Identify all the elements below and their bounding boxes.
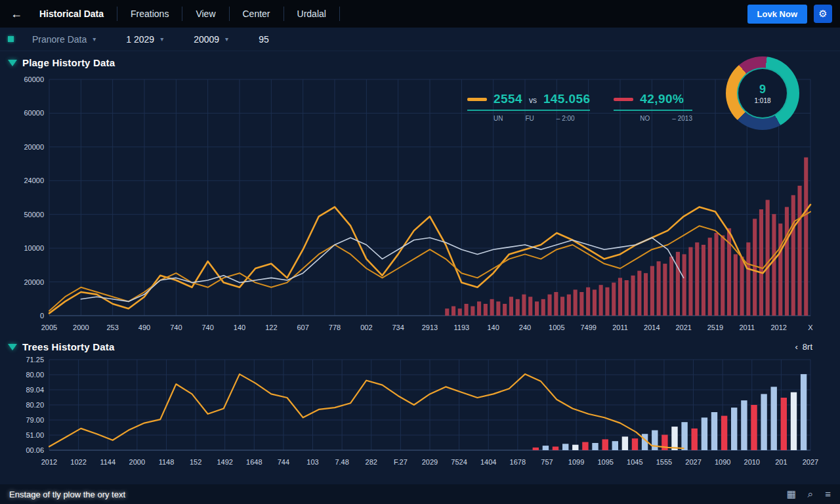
nav-item-historical-data[interactable]: Historical Data — [26, 7, 117, 21]
svg-text:2012: 2012 — [41, 458, 57, 466]
svg-text:140: 140 — [234, 324, 245, 331]
svg-text:7.48: 7.48 — [335, 458, 348, 466]
svg-text:734: 734 — [392, 324, 404, 331]
svg-text:1005: 1005 — [549, 324, 564, 331]
filter-dropdown-range[interactable]: 20009 ▾ — [194, 34, 228, 45]
svg-text:1148: 1148 — [159, 458, 175, 466]
chart-nav-label: 8rt — [803, 342, 812, 352]
svg-text:24000: 24000 — [24, 177, 44, 184]
svg-text:7499: 7499 — [580, 324, 596, 331]
secondary-chart-section: Trees Historty Data ‹ 8rt 20121022114420… — [0, 335, 840, 470]
filter-label: Pranore Data — [32, 34, 87, 45]
chart-legend: 2554 vs 145.056 UN FU – 2:00 42,90% NO –… — [467, 92, 692, 122]
legend-sub-label: NO — [640, 115, 650, 122]
svg-text:1144: 1144 — [100, 458, 116, 466]
svg-text:740: 740 — [201, 324, 213, 331]
svg-text:1193: 1193 — [454, 324, 470, 331]
report-icon[interactable]: ▦ — [787, 488, 796, 500]
svg-text:2011: 2011 — [612, 324, 628, 331]
svg-text:2519: 2519 — [707, 324, 723, 331]
svg-text:1045: 1045 — [627, 458, 642, 466]
donut-value: 9 — [759, 83, 766, 96]
svg-text:00.06: 00.06 — [26, 446, 44, 454]
legend-sub-label: – 2:00 — [556, 115, 575, 122]
svg-text:2010: 2010 — [744, 458, 760, 466]
svg-text:1492: 1492 — [217, 458, 232, 466]
legend-sub-label: UN — [494, 115, 503, 122]
nav-actions: Lovk Now ⚙ — [747, 5, 832, 24]
status-bar: Enstage of tly plow the ory text ▦ ⌕ ≡ — [0, 484, 840, 504]
chevron-down-icon: ▾ — [225, 35, 228, 43]
main-chart: 2005200025349074074014012260777800273429… — [0, 72, 840, 335]
legend-block-b: 42,90% NO – 2013 — [614, 92, 692, 122]
secondary-chart: 20121022114420001148152149216487441037.4… — [0, 356, 840, 470]
svg-text:79.00: 79.00 — [26, 416, 44, 424]
svg-text:20000: 20000 — [24, 278, 44, 286]
svg-text:253: 253 — [106, 324, 118, 331]
svg-text:740: 740 — [170, 324, 182, 331]
legend-block-a: 2554 vs 145.056 UN FU – 2:00 — [467, 92, 590, 122]
svg-text:7524: 7524 — [451, 458, 467, 466]
legend-value: 2554 — [494, 92, 522, 106]
svg-text:2011: 2011 — [740, 324, 755, 331]
svg-text:002: 002 — [360, 324, 372, 331]
svg-text:201: 201 — [775, 458, 787, 466]
svg-text:1648: 1648 — [246, 458, 262, 466]
filter-label: 1 2029 — [126, 34, 154, 45]
nav-item-center[interactable]: Center — [230, 7, 284, 21]
legend-sub-label: – 2013 — [672, 115, 692, 122]
chevron-down-icon: ▾ — [160, 35, 163, 43]
svg-text:240: 240 — [519, 324, 531, 331]
svg-text:607: 607 — [297, 324, 308, 331]
nav-item-urdalal[interactable]: Urdalal — [284, 7, 340, 21]
svg-text:490: 490 — [138, 324, 150, 331]
svg-text:1022: 1022 — [70, 458, 86, 466]
svg-text:103: 103 — [306, 458, 318, 466]
svg-text:152: 152 — [190, 458, 201, 466]
legend-sub-label: FU — [525, 115, 534, 122]
status-text: Enstage of tly plow the ory text — [9, 490, 125, 499]
status-icons: ▦ ⌕ ≡ — [787, 488, 831, 500]
primary-chart-section: Plage Historty Data 20052000253490740740… — [0, 51, 840, 335]
lock-now-button[interactable]: Lovk Now — [747, 5, 807, 24]
svg-text:2027: 2027 — [803, 458, 818, 466]
filter-marker-icon — [8, 36, 14, 42]
nav-item-freations[interactable]: Freations — [117, 7, 182, 21]
svg-text:1095: 1095 — [597, 458, 613, 466]
svg-text:F.27: F.27 — [394, 458, 408, 466]
svg-text:1090: 1090 — [715, 458, 730, 466]
svg-text:2021: 2021 — [675, 324, 691, 331]
svg-text:10000: 10000 — [24, 244, 44, 252]
legend-swatch-orange — [467, 98, 487, 101]
svg-text:20000: 20000 — [24, 143, 44, 151]
back-icon[interactable]: ← — [10, 7, 22, 21]
search-icon[interactable]: ⌕ — [808, 488, 813, 500]
legend-value: 42,90% — [640, 92, 684, 106]
svg-text:2029: 2029 — [422, 458, 438, 466]
chart-nav-link[interactable]: ‹ 8rt — [795, 342, 812, 352]
section-title: Trees Historty Data — [22, 341, 115, 352]
section-marker-icon — [8, 344, 17, 350]
section-marker-icon — [8, 60, 17, 66]
svg-text:2005: 2005 — [41, 324, 57, 331]
section-header: Plage Historty Data — [0, 51, 840, 72]
nav-item-view[interactable]: View — [182, 7, 229, 21]
filter-dropdown-year[interactable]: 1 2029 ▾ — [126, 34, 163, 45]
svg-text:1099: 1099 — [568, 458, 584, 466]
section-header: Trees Historty Data ‹ 8rt — [0, 335, 840, 356]
svg-text:1678: 1678 — [510, 458, 526, 466]
svg-text:50000: 50000 — [24, 211, 44, 219]
svg-text:0: 0 — [40, 312, 44, 320]
svg-text:122: 122 — [265, 324, 277, 331]
donut-center: 9 1:018 — [737, 68, 788, 119]
svg-text:71.25: 71.25 — [26, 356, 44, 364]
settings-button[interactable]: ⚙ — [814, 5, 832, 23]
svg-text:80.20: 80.20 — [26, 401, 44, 409]
legend-vs-label: vs — [529, 96, 537, 105]
filter-dropdown-pranore-data[interactable]: Pranore Data ▾ — [32, 34, 96, 45]
svg-text:744: 744 — [278, 458, 289, 466]
menu-icon[interactable]: ≡ — [825, 488, 831, 500]
svg-text:2012: 2012 — [770, 324, 786, 331]
filter-label: 95 — [259, 34, 269, 45]
filter-value[interactable]: 95 — [259, 34, 269, 45]
